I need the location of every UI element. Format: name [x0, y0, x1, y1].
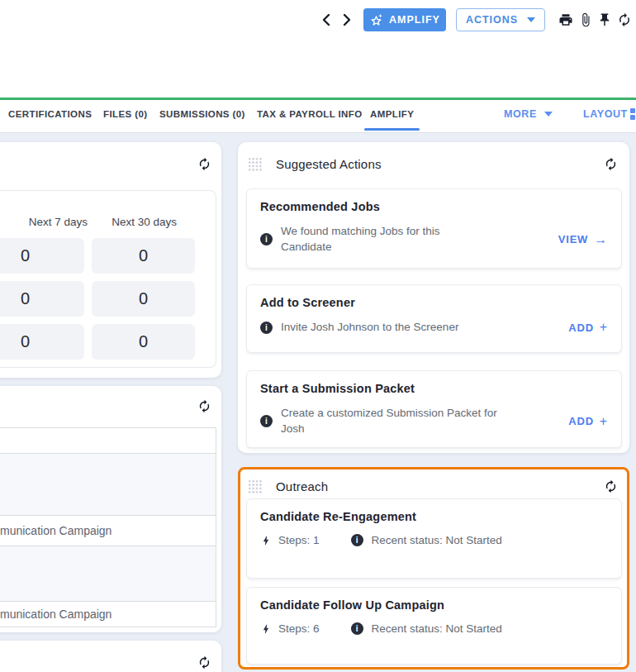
campaign-steps: Steps: 6: [278, 622, 320, 635]
lightning-bolt-icon: [260, 623, 272, 635]
stat-value: 0: [21, 246, 30, 265]
info-icon: i: [260, 322, 273, 334]
tab-label: TAX & PAYROLL INFO: [257, 109, 363, 119]
campaigns-table: munication Campaign munication Campaign: [0, 427, 216, 627]
card-description: Invite Josh Johnson to the Screener: [281, 320, 458, 336]
tab-files[interactable]: FILES (0): [103, 100, 147, 128]
suggested-actions-panel: Suggested Actions Recommended Jobs i We …: [238, 142, 629, 453]
next-record-button[interactable]: [338, 10, 356, 30]
refresh-icon: [617, 12, 632, 27]
card-title: Add to Screener: [260, 296, 608, 309]
action-label: VIEW: [558, 233, 588, 245]
view-jobs-link[interactable]: VIEW →: [558, 232, 608, 247]
info-icon: i: [260, 233, 273, 245]
stat-value-cell: 0: [0, 281, 84, 317]
stat-value-cell: 0: [0, 238, 84, 274]
chevron-down-icon: [527, 17, 535, 22]
campaign-steps: Steps: 1: [278, 534, 320, 546]
campaign-row-label: munication Campaign: [0, 608, 112, 621]
plus-icon: +: [600, 320, 608, 335]
panel-title: Outreach: [276, 479, 328, 493]
card-description: Create a customized Submission Packet fo…: [281, 406, 520, 436]
print-button[interactable]: [558, 12, 573, 27]
chevron-right-icon: [343, 13, 352, 26]
sparkle-star-icon: [369, 13, 383, 27]
tab-amplify[interactable]: AMPLIFY: [370, 100, 414, 128]
table-row[interactable]: [0, 454, 216, 516]
info-icon: i: [351, 534, 363, 546]
pin-record-button[interactable]: [597, 12, 612, 27]
attachment-button[interactable]: [578, 12, 593, 27]
stats-column-header: Next 30 days: [112, 216, 177, 228]
layout-button[interactable]: LAYOUT: [583, 100, 628, 128]
stat-value-cell: 0: [0, 324, 84, 360]
stat-value-cell: 0: [92, 238, 195, 274]
more-label: MORE: [504, 108, 537, 120]
suggested-action-card-submission-packet: Start a Submission Packet i Create a cus…: [246, 370, 622, 448]
stat-value: 0: [21, 332, 30, 351]
actions-dropdown-button[interactable]: ACTIONS: [456, 8, 545, 31]
refresh-widget-button[interactable]: [197, 399, 211, 413]
drag-handle-icon[interactable]: [248, 479, 262, 493]
info-icon: i: [351, 622, 363, 635]
outreach-campaign-card[interactable]: Candidate Follow Up Campaign Steps: 6 i …: [246, 587, 622, 665]
campaign-status: Recent status: Not Started: [372, 622, 502, 635]
chevron-left-icon: [321, 13, 330, 26]
panel-title: Suggested Actions: [276, 157, 382, 171]
stat-value: 0: [139, 246, 148, 265]
stat-value-cell: 0: [92, 281, 195, 317]
bottom-left-panel: [0, 641, 221, 672]
refresh-icon: [604, 157, 618, 171]
outreach-campaign-card[interactable]: Candidate Re-Engagement Steps: 1 i Recen…: [246, 498, 622, 579]
add-to-screener-link[interactable]: ADD +: [568, 320, 608, 335]
layout-label: LAYOUT: [583, 108, 628, 120]
stats-card: Next 7 days Next 30 days 0 0 0 0 0 0: [0, 190, 216, 368]
tab-label: FILES (0): [103, 109, 147, 119]
chevron-down-icon: [544, 112, 553, 117]
card-description: We found matching Jobs for this Candidat…: [281, 224, 467, 255]
outreach-panel: Outreach Candidate Re-Engagement Steps: …: [238, 467, 629, 670]
table-row[interactable]: [0, 428, 216, 454]
actions-button-label: ACTIONS: [466, 14, 518, 26]
plus-icon: +: [600, 414, 608, 429]
table-row[interactable]: munication Campaign: [0, 602, 216, 627]
refresh-icon: [604, 479, 618, 493]
info-icon: i: [260, 415, 273, 427]
amplify-button-label: AMPLIFY: [389, 14, 440, 26]
stat-value: 0: [139, 332, 148, 351]
campaign-name: Candidate Re-Engagement: [260, 510, 608, 523]
action-label: ADD: [568, 415, 594, 427]
refresh-widget-button[interactable]: [604, 157, 618, 171]
arrow-right-icon: →: [594, 232, 608, 247]
suggested-action-card-add-to-screener: Add to Screener i Invite Josh Johnson to…: [246, 284, 622, 353]
printer-icon: [558, 12, 573, 27]
stat-value: 0: [21, 289, 30, 308]
stat-value-cell: 0: [92, 324, 195, 360]
refresh-widget-button[interactable]: [197, 157, 211, 171]
tab-tax-payroll-info[interactable]: TAX & PAYROLL INFO: [257, 100, 363, 128]
tab-label: SUBMISSIONS (0): [159, 109, 245, 119]
refresh-icon: [197, 157, 211, 171]
tab-submissions[interactable]: SUBMISSIONS (0): [159, 100, 245, 128]
drag-handle-icon[interactable]: [248, 157, 262, 171]
table-row[interactable]: [0, 546, 216, 602]
layout-grid-icon[interactable]: [630, 108, 636, 120]
refresh-widget-button[interactable]: [604, 479, 618, 493]
refresh-icon: [197, 399, 211, 413]
prev-record-button[interactable]: [316, 10, 335, 30]
add-submission-packet-link[interactable]: ADD +: [568, 414, 608, 429]
lightning-bolt-icon: [260, 535, 272, 546]
more-tabs-dropdown[interactable]: MORE: [504, 100, 553, 128]
table-row[interactable]: munication Campaign: [0, 516, 216, 546]
candidate-page: AMPLIFY ACTIONS CERTIFICATIONS FILES (0)…: [0, 0, 636, 672]
paperclip-icon: [578, 12, 593, 27]
tab-label: CERTIFICATIONS: [8, 109, 92, 119]
amplify-button[interactable]: AMPLIFY: [363, 8, 446, 31]
stats-column-header: Next 7 days: [29, 216, 88, 228]
card-title: Recommended Jobs: [260, 200, 608, 213]
action-label: ADD: [568, 322, 594, 334]
refresh-icon: [197, 655, 211, 670]
refresh-widget-button[interactable]: [197, 655, 211, 670]
refresh-page-button[interactable]: [617, 12, 632, 27]
tab-certifications[interactable]: CERTIFICATIONS: [8, 100, 92, 128]
